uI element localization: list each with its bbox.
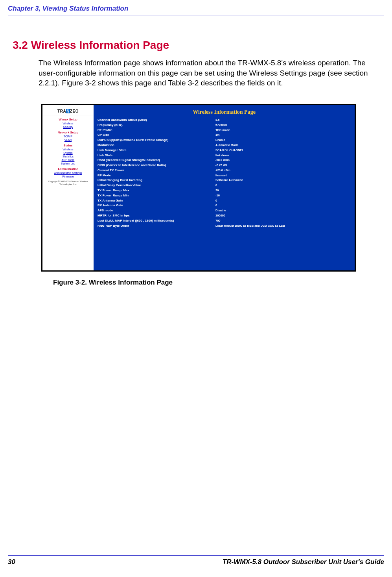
nav-status-title: Status xyxy=(43,144,93,147)
data-value: -98.0 dBm xyxy=(215,158,230,163)
data-value: -2.75 dB xyxy=(215,163,227,168)
figure-inner: TRANZEO Wimax Setup Wireless Security Ne… xyxy=(42,105,355,270)
data-label: RSSI (Received Signal Strength Indicator… xyxy=(98,158,215,163)
data-row: RF ProfileTDD mode xyxy=(98,128,351,133)
data-value: 0 xyxy=(215,198,217,203)
nav-sidebar: TRANZEO Wimax Setup Wireless Security Ne… xyxy=(42,105,94,270)
data-label: CP Size xyxy=(98,133,215,138)
data-label: RNG-RSP Byte Order xyxy=(98,224,215,229)
figure-container: TRANZEO Wimax Setup Wireless Security Ne… xyxy=(41,104,356,287)
data-row: Frequency (KHz)5725000 xyxy=(98,123,351,128)
data-value: 700 xyxy=(215,218,221,224)
data-value: link down xyxy=(215,153,229,158)
data-label: RF Mode xyxy=(98,173,215,178)
data-label: RF Profile xyxy=(98,128,215,133)
nav-network-title: Network Setup xyxy=(43,131,93,134)
nav-link-tcpip[interactable]: TCP/IP xyxy=(43,135,93,138)
data-row: AFS modeDisable xyxy=(98,208,351,213)
data-row: TX Antenna Gain0 xyxy=(98,198,351,203)
data-label: Frequency (KHz) xyxy=(98,123,215,128)
logo-mid: N xyxy=(66,109,70,113)
nav-link-vlan[interactable]: VLAN xyxy=(43,139,93,141)
data-row: RNG-RSP Byte OrderLeast Robust DIUC as M… xyxy=(98,224,351,229)
figure-border: TRANZEO Wimax Setup Wireless Security Ne… xyxy=(41,104,356,272)
nav-link-status-wireless[interactable]: Wireless xyxy=(43,148,93,151)
data-row: Current TX Power+20.0 dBm xyxy=(98,168,351,173)
nav-admin-title: Administration xyxy=(43,167,93,171)
data-row: Lost DL/UL MAP Interval ([600 , 1800] mi… xyxy=(98,218,351,224)
nav-link-systemlog[interactable]: System Log xyxy=(43,162,93,165)
section-heading: 3.2 Wireless Information Page xyxy=(13,39,392,52)
data-value: 5725000 xyxy=(215,123,227,128)
nav-link-wireless[interactable]: Wireless xyxy=(43,122,93,125)
data-value: Software Automatic xyxy=(215,178,243,183)
data-label: TX Power Range Max xyxy=(98,188,215,193)
tranzeo-logo: TRANZEO xyxy=(43,107,93,115)
nav-link-arptable[interactable]: ARP Table xyxy=(43,159,93,161)
section-body: The Wireless Information page shows info… xyxy=(39,58,372,88)
data-value: licensed xyxy=(215,173,227,178)
data-value: 100000 xyxy=(215,213,225,218)
data-value: Least Robust DIUC as MSB and DCD CCC as … xyxy=(215,224,285,229)
data-label: TX Antenna Gain xyxy=(98,198,215,203)
page-number: 30 xyxy=(8,558,15,566)
nav-link-adminsettings[interactable]: Administrative Settings xyxy=(43,172,93,174)
data-value: Disable xyxy=(215,208,226,213)
main-panel: Wireless Information Page Channel Bandwi… xyxy=(94,105,355,270)
logo-pre: TRA xyxy=(57,109,66,113)
footer-line: 30 TR-WMX-5.8 Outdoor Subscriber Unit Us… xyxy=(8,558,384,566)
data-value: 1/4 xyxy=(215,133,219,138)
data-row: RX Antenna Gain0 xyxy=(98,203,351,208)
data-row: RF Modelicensed xyxy=(98,173,351,178)
data-value: 0 xyxy=(215,183,217,188)
data-value: 20 xyxy=(215,188,219,193)
data-row: CINR (Carrier to Interference and Noise … xyxy=(98,163,351,168)
data-value: Enable xyxy=(215,138,225,143)
figure-caption: Figure 3-2. Wireless Information Page xyxy=(53,279,356,287)
nav-link-firmware[interactable]: Firmware xyxy=(43,175,93,178)
chapter-header: Chapter 3, Viewing Status Information xyxy=(0,0,392,15)
data-row: Channel Bandwidth Status (MHz)3.5 xyxy=(98,118,351,123)
data-label: TX Power Range Min xyxy=(98,193,215,198)
data-value: 0 xyxy=(215,203,217,208)
nav-copyright: Copyright © 2007-2008 Tranzeo Wireless T… xyxy=(43,180,93,185)
header-rule xyxy=(8,15,384,15)
data-label: Modulation xyxy=(98,143,215,148)
data-row: TX Power Range Max20 xyxy=(98,188,351,193)
data-label: AFS mode xyxy=(98,208,215,213)
data-label: Link State xyxy=(98,153,215,158)
data-value: SCAN DL CHANNEL xyxy=(215,148,244,153)
data-row: ModulationAutomatic Mode xyxy=(98,143,351,148)
data-label: Channel Bandwidth Status (MHz) xyxy=(98,118,215,123)
data-rows: Channel Bandwidth Status (MHz)3.5Frequen… xyxy=(94,118,355,229)
nav-link-system[interactable]: System xyxy=(43,152,93,154)
data-label: Initial Delay Correction Value xyxy=(98,183,215,188)
nav-link-security[interactable]: Security xyxy=(43,126,93,128)
data-value: -10 xyxy=(215,193,220,198)
data-row: CP Size1/4 xyxy=(98,133,351,138)
footer-rule xyxy=(8,555,384,556)
nav-wimax-title: Wimax Setup xyxy=(43,118,93,121)
data-value: TDD mode xyxy=(215,128,230,133)
data-value: +20.0 dBm xyxy=(215,168,230,173)
data-label: DBPC Support (Downlink Burst Profile Cha… xyxy=(98,138,215,143)
page-footer: 30 TR-WMX-5.8 Outdoor Subscriber Unit Us… xyxy=(8,555,384,566)
data-value: Automatic Mode xyxy=(215,143,238,148)
logo-post: ZEO xyxy=(70,109,79,113)
data-label: RX Antenna Gain xyxy=(98,203,215,208)
data-row: TX Power Range Min-10 xyxy=(98,193,351,198)
data-row: DBPC Support (Downlink Burst Profile Cha… xyxy=(98,138,351,143)
data-row: Link Statelink down xyxy=(98,153,351,158)
panel-title: Wireless Information Page xyxy=(94,105,355,118)
data-row: MRTR for SMC in bps100000 xyxy=(98,213,351,218)
data-label: MRTR for SMC in bps xyxy=(98,213,215,218)
data-row: Link Manager StateSCAN DL CHANNEL xyxy=(98,148,351,153)
data-row: RSSI (Received Signal Strength Indicator… xyxy=(98,158,351,163)
data-row: Initial Delay Correction Value0 xyxy=(98,183,351,188)
data-label: CINR (Carrier to Interference and Noise … xyxy=(98,163,215,168)
data-label: Lost DL/UL MAP Interval ([600 , 1800] mi… xyxy=(98,218,215,224)
data-label: Link Manager State xyxy=(98,148,215,153)
data-label: Initial Ranging Burst Inverting xyxy=(98,178,215,183)
nav-link-statistics[interactable]: Statistics xyxy=(43,155,93,158)
guide-title: TR-WMX-5.8 Outdoor Subscriber Unit User'… xyxy=(223,558,384,566)
